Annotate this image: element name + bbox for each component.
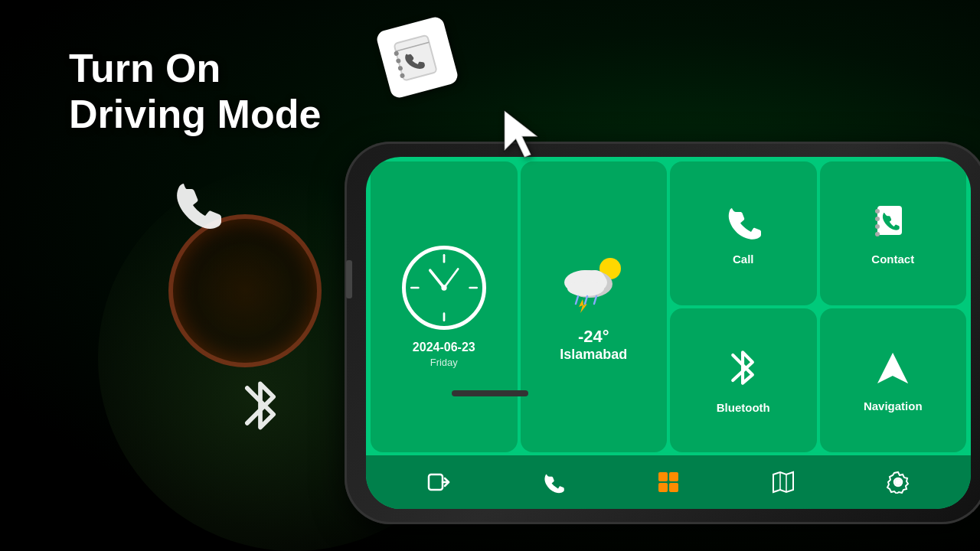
svg-point-20 [567, 281, 604, 296]
svg-rect-35 [669, 472, 678, 481]
svg-marker-6 [505, 110, 538, 157]
navigation-label: Navigation [864, 399, 923, 412]
contact-label: Contact [871, 253, 914, 266]
heading-line1: Turn On [69, 46, 321, 92]
heading-area: Turn On Driving Mode [69, 46, 321, 138]
clock-date: 2024-06-23 [413, 339, 475, 356]
call-label: Call [733, 253, 754, 266]
phone-notch [452, 390, 528, 396]
app-grid: 2024-06-23 Friday [366, 157, 971, 455]
bluetooth-cell[interactable]: Bluetooth [670, 308, 817, 452]
svg-marker-31 [893, 353, 908, 383]
navigation-cell[interactable]: Navigation [820, 308, 967, 452]
weather-temp: -24° [578, 327, 609, 347]
left-phone-icon [168, 176, 230, 249]
svg-rect-34 [658, 472, 668, 481]
svg-point-14 [441, 285, 446, 291]
phone-screen: 2024-06-23 Friday [366, 157, 971, 509]
bottom-nav-bar [366, 455, 971, 509]
svg-point-26 [875, 209, 880, 214]
clock-day: Friday [430, 357, 458, 368]
bottom-exit-button[interactable] [420, 463, 458, 501]
svg-rect-0 [394, 35, 436, 81]
call-icon [724, 202, 763, 248]
navigation-icon [874, 349, 912, 395]
bottom-phone-button[interactable] [534, 463, 573, 501]
weather-cell[interactable]: -24° Islamabad [521, 161, 668, 452]
contact-icon [874, 202, 912, 248]
weather-city: Islamabad [560, 347, 627, 363]
bottom-map-button[interactable] [764, 463, 802, 501]
call-cell[interactable]: Call [670, 161, 817, 305]
svg-line-21 [576, 296, 578, 304]
weather-icon [555, 252, 632, 321]
clock-face [406, 249, 482, 326]
svg-point-29 [875, 232, 880, 236]
clock-circle [402, 246, 486, 330]
phone-side-button[interactable] [346, 260, 352, 298]
bottom-home-button[interactable] [649, 463, 688, 501]
bluetooth-label: Bluetooth [717, 401, 770, 414]
clock-cell[interactable]: 2024-06-23 Friday [371, 161, 518, 452]
bottom-settings-button[interactable] [879, 463, 917, 501]
svg-rect-32 [429, 474, 443, 490]
heading-line2: Driving Mode [69, 92, 321, 138]
svg-rect-36 [658, 483, 668, 492]
svg-rect-37 [669, 483, 678, 492]
contact-cell[interactable]: Contact [820, 161, 967, 305]
svg-point-27 [875, 217, 880, 221]
svg-point-28 [875, 224, 880, 229]
bluetooth-icon [726, 347, 760, 396]
left-bluetooth-icon [234, 375, 287, 448]
svg-marker-38 [773, 472, 793, 492]
